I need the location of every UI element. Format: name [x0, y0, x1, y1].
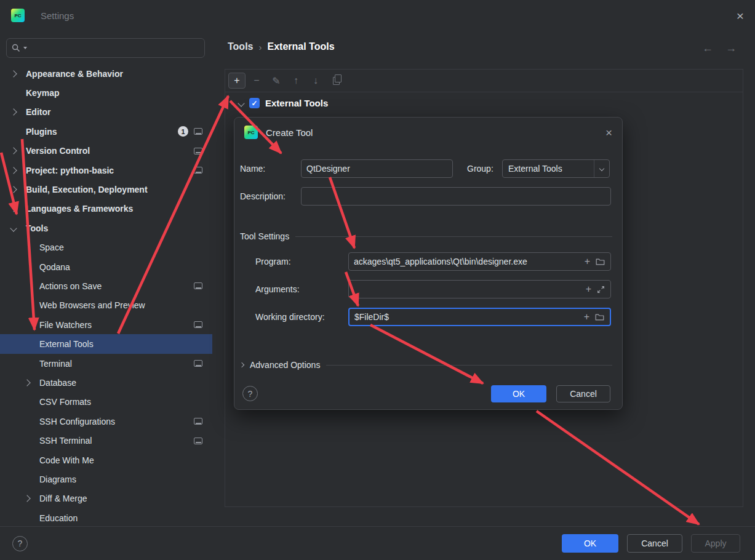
title-bar: PC Settings ×	[0, 0, 755, 31]
row-icons: 1	[178, 126, 202, 137]
sidebar-item-web-browsers-preview[interactable]: Web Browsers and Preview	[0, 296, 212, 315]
indent-spacer	[25, 380, 39, 385]
sidebar-item-keymap[interactable]: Keymap	[0, 83, 212, 102]
sidebar-item-education[interactable]: Education	[0, 508, 212, 527]
sidebar-item-appearance-behavior[interactable]: Appearance & Behavior	[0, 64, 212, 83]
sidebar-item-label: Terminal	[39, 359, 72, 369]
group-select[interactable]: External Tools	[502, 159, 610, 178]
chevron-down-icon[interactable]	[238, 100, 244, 106]
dialog-help-icon[interactable]: ?	[242, 386, 258, 401]
external-tools-root-row[interactable]: ✓ External Tools	[225, 98, 743, 108]
remove-tool-button[interactable]: −	[248, 73, 265, 89]
indent-spacer	[11, 226, 26, 231]
copy-icon	[333, 77, 340, 85]
checkbox-checked-icon[interactable]: ✓	[249, 98, 260, 108]
sidebar-item-terminal[interactable]: Terminal	[0, 354, 212, 373]
chevron-right-icon[interactable]	[23, 379, 30, 386]
tool-settings-title: Tool Settings	[240, 231, 289, 241]
sidebar-item-label: Languages & Frameworks	[26, 204, 133, 214]
sidebar-item-tools[interactable]: Tools	[0, 218, 212, 238]
sidebar-item-label: Space	[39, 242, 64, 252]
chevron-right-icon[interactable]	[10, 167, 17, 174]
sidebar-item-file-watchers[interactable]: File Watchers	[0, 315, 212, 334]
name-input[interactable]	[302, 160, 452, 177]
sidebar-item-label: Diagrams	[39, 474, 76, 484]
move-down-button[interactable]: ↓	[307, 73, 324, 89]
sidebar-item-database[interactable]: Database	[0, 373, 212, 392]
dialog-cancel-button[interactable]: Cancel	[556, 385, 610, 402]
dialog-ok-button[interactable]: OK	[491, 385, 546, 402]
shared-settings-icon	[194, 438, 202, 444]
search-options-caret-icon[interactable]	[23, 47, 27, 49]
sidebar-item-actions-on-save[interactable]: Actions on Save	[0, 276, 212, 295]
apply-button[interactable]: Apply	[691, 534, 740, 553]
expand-icon[interactable]	[597, 286, 605, 294]
sidebar-item-editor[interactable]: Editor	[0, 103, 212, 122]
search-input[interactable]	[30, 42, 199, 54]
sidebar-item-build-execution-deployment[interactable]: Build, Execution, Deployment	[0, 180, 212, 199]
shared-settings-icon	[194, 128, 202, 135]
sidebar-item-external-tools[interactable]: External Tools	[0, 334, 212, 353]
sidebar-item-ssh-terminal[interactable]: SSH Terminal	[0, 431, 212, 450]
sidebar-item-ssh-configurations[interactable]: SSH Configurations	[0, 412, 212, 431]
cancel-button[interactable]: Cancel	[627, 534, 682, 553]
window-close-icon[interactable]: ×	[737, 9, 744, 22]
chevron-down-icon[interactable]	[10, 225, 17, 231]
ok-button[interactable]: OK	[562, 534, 618, 553]
description-label: Description:	[240, 187, 286, 206]
chevron-right-icon[interactable]	[23, 495, 30, 502]
sidebar-item-label: Code With Me	[39, 455, 94, 465]
settings-search[interactable]	[6, 38, 205, 58]
description-input[interactable]	[302, 188, 610, 205]
forward-icon[interactable]: →	[725, 42, 737, 55]
arguments-input[interactable]	[349, 281, 610, 298]
indent-spacer	[25, 496, 39, 501]
update-count-badge: 1	[178, 126, 188, 137]
indent-spacer	[11, 206, 26, 211]
chevron-right-icon[interactable]	[10, 109, 17, 116]
help-icon[interactable]: ?	[12, 536, 28, 551]
row-icons	[194, 282, 202, 289]
sidebar-item-csv-formats[interactable]: CSV Formats	[0, 393, 212, 412]
chevron-right-icon[interactable]	[10, 186, 17, 193]
field-icons: +	[584, 312, 604, 322]
chevron-right-icon[interactable]	[239, 362, 244, 367]
sidebar-item-space[interactable]: Space	[0, 238, 212, 257]
indent-spacer	[11, 187, 26, 192]
edit-tool-button[interactable]: ✎	[268, 73, 285, 89]
move-up-button[interactable]: ↑	[287, 73, 305, 89]
sidebar-item-diagrams[interactable]: Diagrams	[0, 470, 212, 489]
arguments-label: Arguments:	[255, 280, 300, 298]
chevron-right-icon[interactable]	[10, 148, 17, 154]
section-divider	[326, 365, 612, 366]
sidebar-item-label: Tools	[26, 223, 48, 233]
folder-icon[interactable]	[595, 313, 604, 321]
sidebar-item-languages-frameworks[interactable]: Languages & Frameworks	[0, 199, 212, 218]
insert-macro-icon[interactable]: +	[586, 284, 591, 294]
breadcrumb-tools[interactable]: Tools	[228, 41, 253, 52]
shared-settings-icon	[194, 167, 202, 174]
sidebar-item-plugins[interactable]: Plugins 1	[0, 122, 212, 141]
copy-tool-button[interactable]	[327, 73, 344, 89]
program-input[interactable]	[349, 253, 610, 270]
insert-macro-icon[interactable]: +	[584, 312, 589, 322]
sidebar-item-version-control[interactable]: Version Control	[0, 142, 212, 161]
row-icons	[194, 438, 202, 444]
chevron-right-icon[interactable]	[10, 206, 17, 212]
back-icon[interactable]: ←	[702, 42, 713, 55]
sidebar-item-label: Version Control	[26, 146, 90, 156]
chevron-down-icon[interactable]	[594, 160, 609, 177]
add-tool-button[interactable]: +	[228, 73, 246, 89]
insert-macro-icon[interactable]: +	[585, 257, 590, 266]
dialog-close-icon[interactable]: ×	[605, 127, 612, 138]
sidebar-item-qodana[interactable]: Qodana	[0, 257, 212, 276]
sidebar-item-project-python-basic[interactable]: Project: python-basic	[0, 161, 212, 180]
breadcrumb-separator: ›	[258, 42, 262, 52]
folder-icon[interactable]	[596, 258, 605, 266]
working-directory-input[interactable]	[350, 309, 610, 325]
chevron-right-icon[interactable]	[10, 70, 17, 77]
sidebar-item-code-with-me[interactable]: Code With Me	[0, 450, 212, 470]
sidebar-item-diff-merge[interactable]: Diff & Merge	[0, 489, 212, 508]
group-value: External Tools	[503, 164, 594, 174]
advanced-options-section[interactable]: Advanced Options	[240, 357, 612, 373]
